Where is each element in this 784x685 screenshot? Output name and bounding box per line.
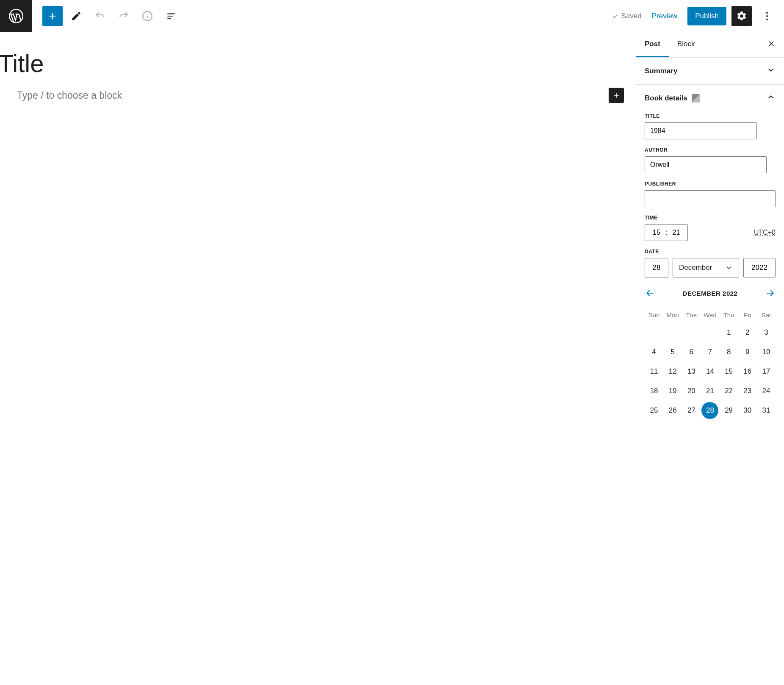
calendar-weekday: Mon <box>663 307 682 323</box>
title-field-label: TITLE <box>645 113 776 119</box>
calendar-day[interactable]: 3 <box>758 324 775 341</box>
calendar-day[interactable]: 4 <box>645 344 662 361</box>
saved-indicator: Saved <box>611 12 642 20</box>
panel-summary-title: Summary <box>645 67 677 75</box>
calendar-weekday: Sat <box>757 307 776 323</box>
time-input-group: : <box>645 224 688 241</box>
undo-button[interactable] <box>90 6 110 26</box>
calendar-day[interactable]: 5 <box>664 344 681 361</box>
calendar-day[interactable]: 9 <box>739 344 756 361</box>
chevron-up-icon <box>766 92 776 104</box>
calendar-day[interactable]: 6 <box>683 344 700 361</box>
calendar-weekday: Sun <box>645 307 663 323</box>
panel-book-details: Book details TITLE AUTHOR <box>636 85 784 429</box>
calendar-weekday: Fri <box>738 307 757 323</box>
panel-summary-header[interactable]: Summary <box>636 58 784 84</box>
inline-add-block-button[interactable] <box>609 88 624 103</box>
calendar-day[interactable]: 29 <box>720 402 737 419</box>
calendar-day[interactable]: 10 <box>758 344 775 361</box>
edit-tool-button[interactable] <box>66 6 86 26</box>
calendar-day[interactable]: 25 <box>645 402 662 419</box>
calendar-day[interactable]: 20 <box>683 383 700 399</box>
top-toolbar: Saved Preview Publish <box>0 0 784 32</box>
author-field-label: AUTHOR <box>645 147 776 153</box>
saved-label: Saved <box>621 12 642 20</box>
more-options-button[interactable] <box>757 6 777 26</box>
date-calendar: DECEMBER 2022 SunMonTueWedThuFriSat 1234… <box>645 286 776 420</box>
post-title[interactable]: Title <box>0 49 636 88</box>
calendar-next-button[interactable] <box>765 288 776 299</box>
calendar-day[interactable]: 26 <box>664 402 681 419</box>
calendar-day[interactable]: 24 <box>758 383 775 399</box>
block-placeholder[interactable]: Type / to choose a block <box>17 90 122 101</box>
calendar-weekday: Tue <box>682 307 701 323</box>
timezone-label[interactable]: UTC+0 <box>754 229 776 236</box>
author-field-input[interactable] <box>645 156 767 173</box>
calendar-day[interactable]: 13 <box>683 363 700 380</box>
calendar-day[interactable]: 2 <box>739 324 756 341</box>
chevron-down-icon <box>725 264 733 272</box>
publisher-field-label: PUBLISHER <box>645 181 776 187</box>
calendar-day[interactable]: 7 <box>701 344 718 361</box>
settings-button[interactable] <box>731 6 752 26</box>
calendar-day[interactable]: 14 <box>701 363 718 380</box>
preview-button[interactable]: Preview <box>647 8 682 24</box>
calendar-day[interactable]: 12 <box>664 363 681 380</box>
time-hours-input[interactable] <box>651 229 662 236</box>
svg-point-4 <box>766 18 768 20</box>
wordpress-logo[interactable] <box>0 0 32 32</box>
tab-post[interactable]: Post <box>636 32 669 57</box>
publisher-field-input[interactable] <box>645 190 776 207</box>
tab-block[interactable]: Block <box>669 32 704 57</box>
calendar-weekday: Wed <box>701 307 719 323</box>
date-field-label: DATE <box>645 249 776 255</box>
chevron-down-icon <box>766 65 776 77</box>
editor-canvas: Title Type / to choose a block <box>0 32 636 685</box>
calendar-day[interactable]: 11 <box>645 363 662 380</box>
settings-sidebar: Post Block Summary Book <box>636 32 784 685</box>
calendar-day[interactable]: 23 <box>739 383 756 399</box>
add-block-button[interactable] <box>42 6 63 26</box>
calendar-day[interactable]: 28 <box>701 402 718 419</box>
calendar-day[interactable]: 27 <box>683 402 700 419</box>
calendar-day[interactable]: 16 <box>739 363 756 380</box>
svg-point-2 <box>766 12 768 14</box>
info-button[interactable] <box>137 6 158 26</box>
svg-point-3 <box>766 15 768 17</box>
calendar-day[interactable]: 19 <box>664 383 681 399</box>
calendar-day[interactable]: 15 <box>720 363 737 380</box>
calendar-day[interactable]: 1 <box>720 324 737 341</box>
calendar-day[interactable]: 17 <box>758 363 775 380</box>
calendar-day[interactable]: 8 <box>720 344 737 361</box>
date-month-value: December <box>679 263 712 272</box>
calendar-day[interactable]: 21 <box>701 383 718 399</box>
redo-button[interactable] <box>114 6 134 26</box>
calendar-day[interactable]: 30 <box>739 402 756 419</box>
time-minutes-input[interactable] <box>670 229 681 236</box>
list-view-button[interactable] <box>161 6 181 26</box>
date-year-input[interactable] <box>743 258 776 277</box>
calendar-title: DECEMBER 2022 <box>683 290 738 297</box>
book-icon <box>692 94 700 103</box>
sidebar-tabs: Post Block <box>636 32 784 58</box>
calendar-day[interactable]: 18 <box>645 383 662 399</box>
date-month-select[interactable]: December <box>673 258 739 277</box>
panel-book-details-title: Book details <box>645 94 687 103</box>
date-day-input[interactable] <box>645 258 668 277</box>
calendar-day[interactable]: 31 <box>758 402 775 419</box>
publish-button[interactable]: Publish <box>687 7 726 25</box>
time-field-label: TIME <box>645 215 776 221</box>
close-sidebar-button[interactable] <box>759 39 784 50</box>
panel-summary: Summary <box>636 58 784 85</box>
calendar-weekday: Thu <box>720 307 738 323</box>
title-field-input[interactable] <box>645 122 757 139</box>
calendar-day[interactable]: 22 <box>720 383 737 399</box>
calendar-prev-button[interactable] <box>645 288 656 299</box>
panel-book-details-header[interactable]: Book details <box>636 85 784 111</box>
